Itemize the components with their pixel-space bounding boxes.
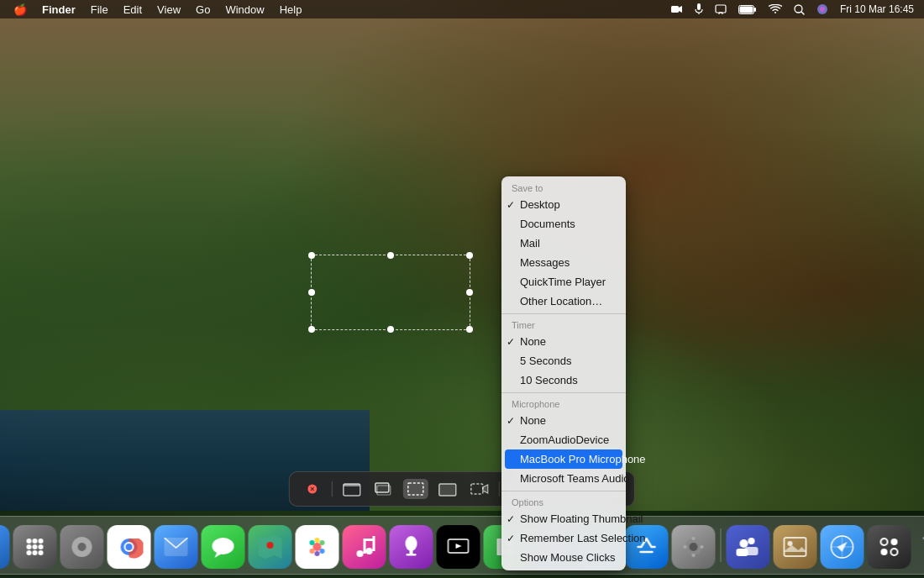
dock-safari[interactable] <box>821 525 864 569</box>
selection-handle-bl[interactable] <box>308 326 315 333</box>
dock-finder[interactable] <box>0 525 10 569</box>
menu-item-show-floating[interactable]: ✓ Show Floating Thumbnail <box>501 509 626 528</box>
toolbar-capture-window-btn[interactable] <box>339 479 365 499</box>
menubar-file[interactable]: File <box>84 0 115 18</box>
toolbar-video-btn[interactable] <box>467 479 492 499</box>
menubar-siri-icon[interactable] <box>813 3 832 15</box>
selection-handle-mr[interactable] <box>466 289 473 296</box>
dock-system-preferences[interactable] <box>672 525 716 569</box>
menubar-go[interactable]: Go <box>189 0 217 18</box>
menubar: 🍎 Finder File Edit View Go Window Help <box>0 0 924 18</box>
menu-item-remember-selection[interactable]: ✓ Remember Last Selection <box>501 528 626 548</box>
selection-handle-ml[interactable] <box>308 289 315 296</box>
svg-rect-25 <box>471 484 483 494</box>
dock-launchpad[interactable] <box>13 525 57 569</box>
svg-rect-10 <box>739 6 753 13</box>
menu-item-show-mouse[interactable]: Show Mouse Clicks <box>501 548 626 567</box>
svg-rect-9 <box>754 8 756 12</box>
dock-tv[interactable] <box>437 525 480 569</box>
dock-podcasts[interactable] <box>390 525 433 569</box>
svg-point-52 <box>320 549 325 554</box>
menubar-mic-icon[interactable] <box>691 3 706 15</box>
menu-item-10seconds[interactable]: 10 Seconds <box>501 370 626 390</box>
toolbar-divider-2 <box>499 481 500 497</box>
menubar-wifi-icon[interactable] <box>765 4 785 14</box>
svg-marker-46 <box>215 552 223 558</box>
svg-marker-86 <box>784 545 807 552</box>
menubar-edit[interactable]: Edit <box>117 0 149 18</box>
svg-point-38 <box>39 550 44 555</box>
menu-item-5seconds[interactable]: 5 Seconds <box>501 351 626 370</box>
menu-item-teams-audio[interactable]: Microsoft Teams Audio <box>501 469 626 488</box>
svg-point-48 <box>267 542 274 549</box>
selection-handle-br[interactable] <box>466 326 473 333</box>
toolbar-fullscreen-btn[interactable] <box>435 479 460 499</box>
timer-label: Timer <box>501 317 626 332</box>
menu-item-none-timer[interactable]: ✓ None <box>501 332 626 351</box>
menubar-battery-icon[interactable] <box>735 5 760 14</box>
menubar-right: Fri 10 Mar 16:45 <box>668 3 917 15</box>
menu-item-zoom-audio[interactable]: ZoomAudioDevice <box>501 430 626 449</box>
svg-point-55 <box>310 540 315 545</box>
screenshot-selection <box>311 255 470 330</box>
dock-maps[interactable] <box>249 525 292 569</box>
menubar-video-icon[interactable] <box>668 4 686 14</box>
toolbar-divider-1 <box>332 481 333 497</box>
svg-rect-24 <box>439 484 456 496</box>
svg-rect-83 <box>737 549 748 556</box>
menu-item-messages[interactable]: Messages <box>501 253 626 272</box>
svg-point-37 <box>33 550 38 555</box>
menu-item-mail[interactable]: Mail <box>501 234 626 253</box>
check-icon-mic: ✓ <box>507 415 515 427</box>
svg-point-34 <box>33 544 38 549</box>
svg-rect-21 <box>375 483 389 492</box>
selection-handle-tm[interactable] <box>387 252 394 259</box>
menu-item-quicktime[interactable]: QuickTime Player <box>501 272 626 292</box>
dock <box>0 516 924 575</box>
dock-control-center[interactable] <box>868 525 911 569</box>
menubar-search-icon[interactable] <box>790 4 808 15</box>
selection-handle-bm[interactable] <box>387 326 394 333</box>
svg-point-82 <box>740 539 748 548</box>
save-to-label: Save to <box>501 180 626 195</box>
svg-point-35 <box>39 544 44 549</box>
menubar-left: 🍎 Finder File Edit View Go Window Help <box>7 0 308 18</box>
svg-line-12 <box>801 12 804 14</box>
toolbar-selection-btn[interactable] <box>403 479 428 499</box>
selection-handle-tr[interactable] <box>466 252 473 259</box>
svg-point-53 <box>315 551 320 556</box>
dock-trash[interactable] <box>915 525 925 569</box>
svg-point-32 <box>39 539 44 544</box>
check-icon: ✓ <box>507 199 515 211</box>
menu-item-documents[interactable]: Documents <box>501 214 626 234</box>
svg-rect-60 <box>364 539 375 541</box>
dock-music[interactable] <box>343 525 386 569</box>
dock-messages[interactable] <box>202 525 245 569</box>
toolbar-capture-window2-btn[interactable] <box>371 479 396 499</box>
svg-point-94 <box>891 549 898 555</box>
svg-point-78 <box>684 545 687 549</box>
dock-photos[interactable] <box>296 525 339 569</box>
dock-system-prefs[interactable] <box>60 525 104 569</box>
svg-point-30 <box>27 539 32 544</box>
toolbar-close-btn[interactable] <box>300 479 325 499</box>
menu-item-none-mic[interactable]: ✓ None <box>501 411 626 430</box>
apple-menu[interactable]: 🍎 <box>7 0 34 18</box>
svg-point-91 <box>881 539 888 545</box>
menu-item-macbook-mic[interactable]: MacBook Pro Microphone <box>505 449 622 469</box>
dock-teams[interactable] <box>727 525 770 569</box>
dock-chrome[interactable] <box>108 525 151 569</box>
selection-handle-tl[interactable] <box>308 252 315 259</box>
svg-rect-19 <box>344 484 360 486</box>
menubar-app-name[interactable]: Finder <box>35 0 82 18</box>
menu-item-desktop[interactable]: ✓ Desktop <box>501 195 626 214</box>
dock-mail[interactable] <box>155 525 198 569</box>
menubar-view[interactable]: View <box>150 0 187 18</box>
dock-gallery[interactable] <box>774 525 817 569</box>
menubar-screen-icon[interactable] <box>711 4 730 14</box>
menu-item-other-location[interactable]: Other Location… <box>501 292 626 311</box>
svg-point-77 <box>692 554 696 557</box>
check-icon-remember: ✓ <box>507 533 515 544</box>
menubar-window[interactable]: Window <box>218 0 270 18</box>
menubar-help[interactable]: Help <box>273 0 309 18</box>
